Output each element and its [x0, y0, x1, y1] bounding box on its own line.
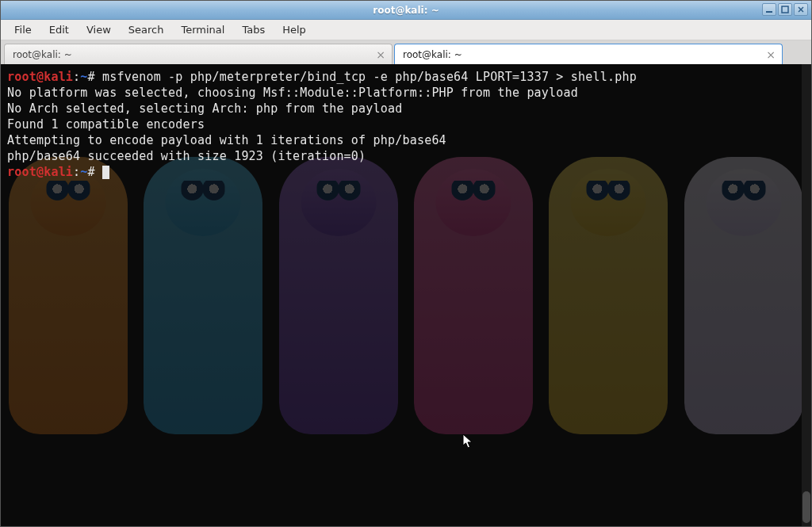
terminal-output[interactable]: root@kali:~# msfvenom -p php/meterpreter…: [1, 64, 811, 526]
text-cursor: [102, 166, 109, 179]
maximize-button[interactable]: [778, 3, 792, 16]
menu-terminal[interactable]: Terminal: [174, 21, 232, 38]
scrollbar[interactable]: [802, 64, 811, 526]
svg-rect-1: [782, 6, 788, 13]
prompt-colon: :: [73, 70, 80, 84]
terminal-line: Attempting to encode payload with 1 iter…: [7, 133, 446, 147]
tab-label: root@kali: ~: [13, 49, 72, 60]
titlebar[interactable]: root@kali: ~: [1, 1, 811, 20]
prompt-path: ~: [80, 165, 87, 179]
tab-active[interactable]: root@kali: ~ ×: [394, 44, 783, 64]
minimize-button[interactable]: [762, 3, 776, 16]
terminal-command: msfvenom -p php/meterpreter/bind_tcp -e …: [95, 70, 637, 84]
menu-file[interactable]: File: [7, 21, 39, 38]
terminal-line: Found 1 compatible encoders: [7, 117, 205, 132]
prompt-host: kali: [44, 165, 73, 179]
close-icon[interactable]: ×: [376, 48, 385, 61]
tab-label: root@kali: ~: [403, 49, 462, 60]
window-title: root@kali: ~: [373, 5, 439, 16]
close-button[interactable]: [794, 3, 808, 16]
window-controls: [762, 3, 808, 16]
prompt-user: root: [7, 165, 36, 179]
menu-search[interactable]: Search: [121, 21, 171, 38]
terminal-line: No platform was selected, choosing Msf::…: [7, 86, 578, 100]
terminal-line: php/base64 succeeded with size 1923 (ite…: [7, 149, 366, 163]
prompt-path: ~: [80, 70, 87, 84]
menu-edit[interactable]: Edit: [42, 21, 76, 38]
menu-view[interactable]: View: [79, 21, 118, 38]
menu-help[interactable]: Help: [275, 21, 313, 38]
menubar: File Edit View Search Terminal Tabs Help: [1, 20, 811, 40]
close-icon[interactable]: ×: [766, 48, 776, 61]
tabbar: root@kali: ~ × root@kali: ~ ×: [1, 40, 811, 64]
prompt-hash: #: [88, 165, 95, 179]
prompt-user: root: [7, 70, 36, 84]
prompt-host: kali: [44, 70, 73, 84]
tab-inactive[interactable]: root@kali: ~ ×: [4, 44, 393, 64]
prompt-hash: #: [88, 70, 95, 84]
prompt-at: @: [36, 70, 44, 84]
terminal-line: No Arch selected, selecting Arch: php fr…: [7, 101, 402, 116]
terminal-area[interactable]: root@kali:~# msfvenom -p php/meterpreter…: [1, 64, 811, 526]
prompt-colon: :: [73, 165, 80, 179]
menu-tabs[interactable]: Tabs: [235, 21, 272, 38]
scrollbar-thumb[interactable]: [802, 491, 810, 523]
terminal-window: root@kali: ~ File Edit View Search Termi…: [0, 0, 812, 527]
prompt-at: @: [36, 165, 44, 179]
